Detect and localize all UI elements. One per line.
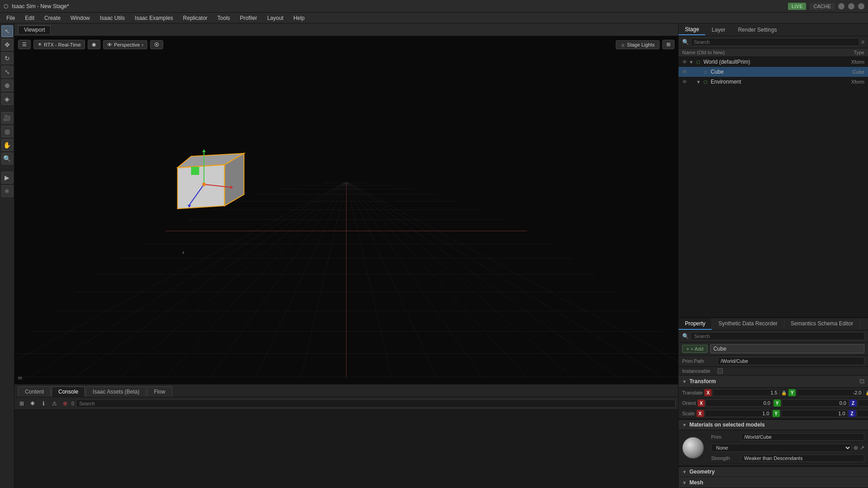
menu-item-help[interactable]: Help	[289, 14, 309, 22]
orbit-tool-button[interactable]: ◎	[1, 126, 13, 137]
world-item-type: Xform	[828, 59, 864, 65]
grid-icon: ⊞	[666, 42, 670, 47]
menu-item-create[interactable]: Create	[40, 14, 65, 22]
play-button[interactable]: ▶	[1, 172, 13, 183]
transform-section-header[interactable]: ▼ Transform ⧉	[679, 375, 868, 388]
eye-icon[interactable]: 👁	[682, 59, 687, 65]
bottom-panel: Content Console Isaac Assets (Beta) Flow…	[14, 384, 678, 488]
pan-tool-button[interactable]: ✋	[1, 139, 13, 151]
stage-search-input[interactable]	[691, 38, 859, 46]
scale-tool-button[interactable]: ⤡	[1, 66, 13, 78]
menu-item-isaac-examples[interactable]: Isaac Examples	[130, 14, 178, 22]
expand-icon[interactable]: ▼	[689, 60, 694, 65]
move-tool-button[interactable]: ✥	[1, 39, 13, 51]
prim-name-input[interactable]	[710, 344, 864, 353]
materials-section-header[interactable]: ▼ Materials on selected models	[679, 420, 868, 430]
material-strength-row: Strength Weaker than Descendants	[708, 453, 868, 464]
stage-lights-button[interactable]: ☼ Stage Lights	[616, 40, 660, 49]
tab-layer[interactable]: Layer	[705, 25, 731, 35]
menu-item-tools[interactable]: Tools	[213, 14, 235, 22]
material-arrow-icon[interactable]: ↗	[860, 445, 864, 451]
menu-icon: ☰	[22, 42, 27, 47]
tab-console[interactable]: Console	[52, 386, 85, 397]
geometry-section-header[interactable]: ▼ Geometry	[679, 467, 868, 477]
tab-semantics-schema-editor[interactable]: Semantics Schema Editor	[784, 318, 860, 330]
menu-item-replicator[interactable]: Replicator	[179, 14, 212, 22]
scale-y-input[interactable]	[781, 410, 848, 417]
rotate-tool-button[interactable]: ↻	[1, 52, 13, 64]
physics-button[interactable]: ⚛	[1, 185, 13, 197]
info-icon[interactable]: ℹ	[39, 399, 48, 408]
select-tool-button[interactable]: ↖	[1, 25, 13, 37]
menu-item-edit[interactable]: Edit	[20, 14, 39, 22]
translate-x-input[interactable]	[712, 389, 779, 396]
perspective-button[interactable]: 👁 Perspective ›	[103, 40, 147, 49]
viewport-options-button[interactable]: ⊞	[662, 40, 675, 49]
tree-item-environment[interactable]: 👁 ▼ ⬡ Environment Xform	[679, 77, 868, 87]
menu-item-layout[interactable]: Layout	[263, 14, 288, 22]
lock-icon: 🔒	[781, 390, 787, 395]
tab-render-settings[interactable]: Render Settings	[731, 25, 783, 35]
console-search-input[interactable]	[76, 399, 675, 408]
z-axis-badge: Z	[849, 399, 857, 407]
tab-flow[interactable]: Flow	[147, 386, 172, 397]
material-edit-icon[interactable]: ⊕	[854, 445, 858, 451]
translate-y-input[interactable]	[797, 389, 863, 396]
eye-icon[interactable]: 👁	[682, 69, 687, 75]
tab-synthetic-data-recorder[interactable]: Synthetic Data Recorder	[712, 318, 784, 330]
eye-icon[interactable]: 👁	[682, 79, 687, 84]
filter-icon[interactable]: ⊞	[17, 399, 26, 408]
rtx-mode-button[interactable]: ☀ RTX - Real-Time	[33, 40, 85, 49]
menu-item-profiler[interactable]: Profiler	[236, 14, 262, 22]
star-icon[interactable]: ✱	[28, 399, 37, 408]
close-button[interactable]	[858, 3, 864, 9]
expand-icon[interactable]: ▼	[696, 80, 702, 84]
camera-settings-button[interactable]: ⦿	[150, 40, 163, 49]
world-item-name: World (defaultPrim)	[703, 59, 828, 65]
scale-x-input[interactable]	[705, 410, 772, 417]
tab-stage[interactable]: Stage	[679, 24, 705, 35]
snap-tool-button[interactable]: ◈	[1, 93, 13, 105]
menu-item-window[interactable]: Window	[66, 14, 94, 22]
menu-item-file[interactable]: File	[2, 14, 19, 22]
transform-options-icon[interactable]: ⧉	[859, 377, 864, 385]
bottom-toolbar: ⊞ ✱ ℹ ⚠ ⊗ 0	[14, 397, 678, 410]
material-select[interactable]: None	[711, 444, 852, 452]
tab-isaac-assets[interactable]: Isaac Assets (Beta)	[86, 386, 146, 397]
orient-y-input[interactable]	[782, 399, 849, 407]
menu-item-isaac-utils[interactable]: Isaac Utils	[95, 14, 129, 22]
viewport[interactable]: Viewport ☰ ☀ RTX - Real-Time ◉	[14, 23, 678, 384]
bottom-tabs: Content Console Isaac Assets (Beta) Flow	[14, 385, 678, 397]
minimize-button[interactable]	[838, 3, 844, 9]
live-badge[interactable]: LIVE	[788, 3, 806, 10]
error-icon[interactable]: ⊗	[61, 399, 70, 408]
maximize-button[interactable]	[848, 3, 854, 9]
add-property-button[interactable]: + + Add	[682, 345, 708, 353]
viewport-toolbar: ☰ ☀ RTX - Real-Time ◉ 👁 Perspective ›	[18, 40, 675, 49]
property-search-input[interactable]	[691, 332, 864, 340]
tree-item-cube[interactable]: 👁 □ Cube Cube	[679, 67, 868, 77]
render-mode-button[interactable]: ◉	[88, 40, 100, 49]
tree-item-world[interactable]: 👁 ▼ ⬡ World (defaultPrim) Xform	[679, 57, 868, 67]
x-axis-badge: X	[704, 389, 712, 396]
orient-row: Orient X Y Z	[679, 398, 868, 408]
tab-property[interactable]: Property	[679, 318, 712, 330]
cache-badge[interactable]: CACHE	[810, 3, 835, 10]
viewport-menu-button[interactable]: ☰	[18, 40, 31, 49]
scale-z-input[interactable]	[857, 410, 868, 417]
mesh-section-header[interactable]: ▼ Mesh	[679, 478, 868, 488]
collapse-icon: ▼	[682, 469, 687, 474]
viewport-tab-label[interactable]: Viewport	[18, 25, 51, 34]
material-none-row: None ⊕ ↗	[708, 442, 868, 453]
left-toolbar: ↖ ✥ ↻ ⤡ ⊕ ◈ 🎥 ◎ ✋ 🔍 ▶ ⚛	[0, 23, 14, 488]
zoom-tool-button[interactable]: 🔍	[1, 153, 13, 164]
materials-section-title: Materials on selected models	[689, 422, 864, 428]
warning-icon[interactable]: ⚠	[50, 399, 59, 408]
orient-z-input[interactable]	[858, 399, 868, 407]
instanceable-checkbox[interactable]	[717, 368, 723, 374]
filter-icon[interactable]: ≡	[861, 39, 864, 45]
universal-tool-button[interactable]: ⊕	[1, 80, 13, 91]
camera-tool-button[interactable]: 🎥	[1, 112, 13, 124]
orient-x-input[interactable]	[706, 399, 773, 407]
tab-content[interactable]: Content	[18, 386, 51, 397]
